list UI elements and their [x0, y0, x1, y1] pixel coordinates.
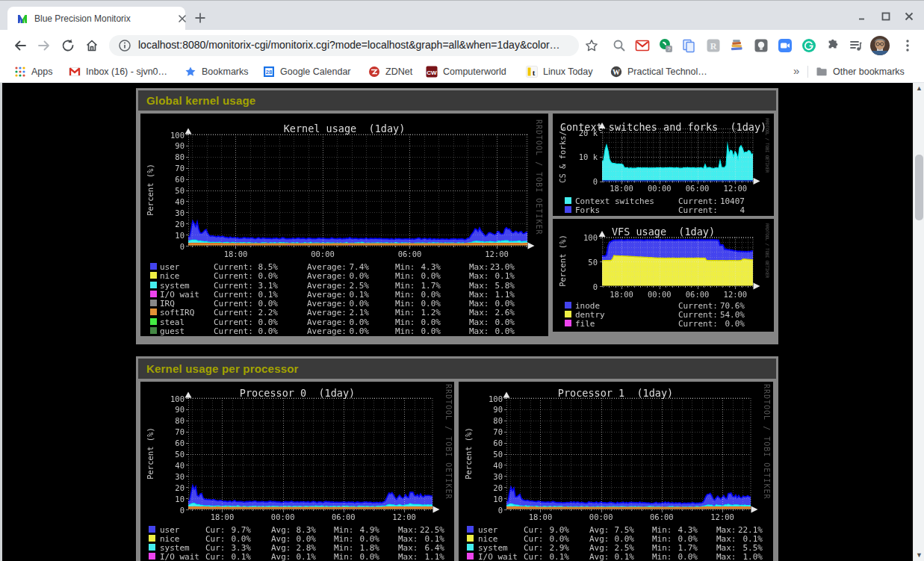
home-icon[interactable] [84, 38, 99, 53]
bookmark-computerworld[interactable]: CW Computerworld [426, 65, 506, 78]
y-tick-label: 0 [151, 242, 185, 251]
legend-row: I/O waitCur:0.1%Avg:0.1%Min:0.0%Max:1.1% [140, 552, 454, 561]
legend-color-box [565, 197, 571, 204]
svg-text:?: ? [667, 46, 670, 52]
svg-text:R: R [710, 41, 717, 52]
legend-stat-value: 1.1% [468, 290, 515, 300]
y-tick-label: 60 [469, 438, 503, 447]
chart-title: Processor 0 (1day) [240, 387, 355, 399]
y-tick-label: 10 [151, 495, 185, 503]
legend-stat-value: 7.4% [323, 262, 369, 272]
playlist-extension-icon[interactable] [849, 38, 863, 53]
forward-icon[interactable] [37, 38, 52, 53]
y-tick-label: 100 [151, 131, 185, 140]
y-tick-label: 30 [151, 472, 185, 481]
y-tick-label: 0 [469, 506, 503, 515]
profile-avatar[interactable] [870, 36, 890, 55]
keep-extension-icon[interactable] [754, 38, 769, 53]
x-tick-label: 12:00 [704, 512, 741, 521]
legend-stat-value: 0.1% [205, 552, 251, 561]
section-title: Kernel usage per processor [146, 362, 299, 375]
legend-stat-value: 0.0% [468, 299, 515, 309]
y-tick-label: 0 [564, 282, 598, 291]
tab-close-icon[interactable] [176, 12, 189, 25]
legend-stat-value: 0.0% [698, 319, 745, 329]
scroll-down-icon[interactable]: ▼ [916, 552, 923, 559]
graph-processor-1[interactable]: Processor 1 (1day)Percent (%)10090807060… [459, 382, 773, 561]
scroll-up-icon[interactable]: ▲ [916, 85, 923, 92]
legend-color-box [565, 302, 571, 309]
gmail-icon [69, 66, 81, 78]
y-tick-label: 100 [151, 394, 185, 403]
graph-kernel-usage[interactable]: Kernel usage (1day)Percent (%)1009080706… [140, 114, 548, 336]
url-text[interactable]: localhost:8080/monitorix-cgi/monitorix.c… [138, 39, 560, 51]
grammarly-extension-icon[interactable] [801, 38, 816, 53]
scrollbar-thumb[interactable] [915, 155, 923, 220]
y-tick-label: 80 [151, 152, 185, 161]
y-tick-label: 20 [469, 483, 503, 492]
y-tick-label: 20 k [564, 128, 598, 137]
bookmark-inbox[interactable]: Inbox (16) - sjvn0… [69, 65, 167, 78]
r-extension-icon[interactable]: R [706, 38, 721, 53]
legend-stat-value: 0.0% [232, 299, 278, 309]
y-tick-label: 10 k [564, 152, 598, 161]
x-tick-label: 06:00 [643, 512, 680, 521]
bookmark-label: Inbox (16) - sjvn0… [86, 66, 167, 77]
zoom-extension-icon[interactable] [778, 38, 793, 53]
wordpress-icon: W [610, 66, 622, 78]
legend-stat-value: 5.8% [468, 281, 515, 291]
address-bar[interactable]: localhost:8080/monitorix-cgi/monitorix.c… [109, 35, 579, 56]
graph-vfs-usage[interactable]: VFS usage (1day)Percent (%)10050018:0000… [553, 219, 774, 332]
extensions-puzzle-icon[interactable] [825, 38, 840, 53]
window-close-button[interactable] [904, 11, 914, 22]
bookmark-apps[interactable]: Apps [14, 65, 53, 78]
y-tick-label: 70 [151, 164, 185, 173]
back-icon[interactable] [13, 38, 28, 53]
y-tick-label: 70 [469, 427, 503, 436]
books-extension-icon[interactable] [729, 38, 744, 53]
graph-context-switches[interactable]: Context switches and forks (1day)CS & fo… [553, 114, 774, 216]
other-bookmarks-label: Other bookmarks [833, 66, 905, 77]
chart-title: Kernel usage (1day) [284, 123, 406, 134]
legend-row: niceCurrent:0.0%Average:0.0%Min:0.0%Max:… [140, 271, 548, 280]
bookmark-label: Computerworld [443, 66, 506, 77]
browser-tab[interactable]: Blue Precision Monitorix [7, 7, 185, 31]
bookmark-zdnet[interactable]: ZDNet [368, 65, 412, 78]
page-info-icon[interactable] [118, 39, 131, 52]
window-maximize-button[interactable] [881, 11, 891, 22]
x-tick-label: 12:00 [716, 290, 754, 299]
legend-row: stealCurrent:0.0%Average:0.0%Min:0.0%Max… [140, 317, 548, 326]
scrollbar[interactable]: ▲ ▼ [913, 83, 924, 561]
legend-color-box [467, 553, 474, 560]
legend-stat-value: 0.0% [468, 317, 515, 327]
voice-extension-icon[interactable]: ? [658, 38, 673, 53]
legend-row: userCurrent:8.5%Average:7.4%Min:4.3%Max:… [140, 262, 548, 271]
graph-processor-0[interactable]: Processor 0 (1day)Percent (%)10090807060… [140, 382, 454, 561]
chrome-menu-icon[interactable] [901, 38, 914, 53]
legend-stat-value: 0.0% [232, 317, 278, 327]
new-tab-button[interactable] [193, 10, 208, 25]
legend-row: systemCur:3.3%Avg:2.8%Min:1.8%Max:6.4% [140, 543, 454, 552]
folder-icon [816, 66, 828, 78]
bookmarks-overflow-chevron[interactable]: » [793, 64, 799, 77]
window-minimize-button[interactable] [858, 11, 868, 22]
legend-stat-value: 0.1% [588, 552, 634, 561]
copy-docs-extension-icon[interactable] [681, 38, 696, 53]
search-extension-icon[interactable] [612, 38, 627, 53]
y-tick-label: 0 [564, 177, 598, 186]
legend-stat-value: 0.0% [323, 299, 369, 309]
bookmark-star-icon[interactable] [585, 39, 598, 52]
bookmark-bookmarks[interactable]: Bookmarks [185, 65, 249, 78]
y-tick-label: 20 [151, 220, 185, 229]
y-tick-label: 50 [151, 186, 185, 195]
legend-color-box [150, 327, 157, 334]
gmail-extension-icon[interactable] [635, 38, 650, 53]
bookmark-practical-technology[interactable]: W Practical Technol… [610, 65, 707, 78]
bookmark-google-calendar[interactable]: 28 Google Calendar [263, 65, 351, 78]
y-tick-label: 50 [564, 258, 598, 267]
y-tick-label: 30 [151, 208, 185, 217]
other-bookmarks-button[interactable]: Other bookmarks [816, 65, 905, 78]
legend-stat-value: 2.1% [323, 308, 369, 317]
bookmark-linux-today[interactable]: t Linux Today [526, 65, 593, 78]
reload-icon[interactable] [61, 38, 75, 53]
